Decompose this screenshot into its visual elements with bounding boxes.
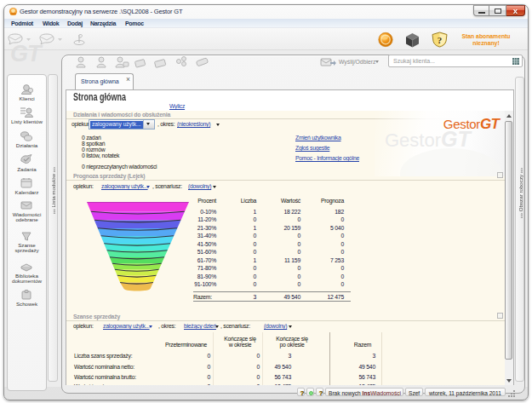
svg-text:?: ?: [438, 35, 443, 45]
